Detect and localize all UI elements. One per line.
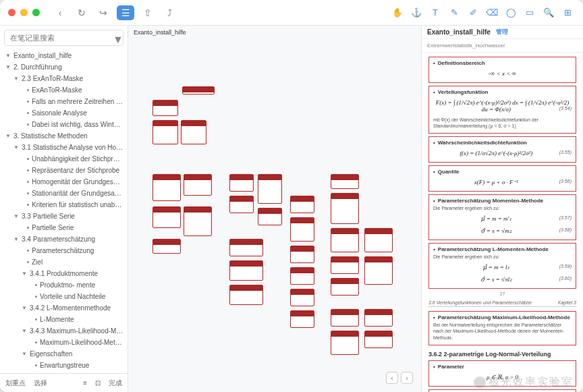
canvas-card[interactable] [182, 86, 215, 94]
tree-item[interactable]: L-Momente [0, 314, 128, 325]
canvas[interactable]: Exanto_install_hilfe ‹ › [128, 26, 421, 392]
doc-section: Quantilex(F) = μ + σ · F⁻¹(3.56) [428, 165, 576, 192]
search-icon[interactable]: 🔍 [541, 5, 556, 20]
tree-item[interactable]: ▼3.3 Partielle Serie [0, 211, 128, 222]
tree-item[interactable]: ▼3.4.1 Produktmomente [0, 268, 128, 279]
tree-item[interactable]: ▼2.3 ExAnToR-Maske [0, 73, 128, 84]
shape-icon[interactable]: ▭ [522, 5, 537, 20]
tree-item[interactable]: ▼3.1 Statistische Analyse von Hochwasser… [0, 142, 128, 153]
canvas-card[interactable] [181, 120, 206, 144]
canvas-card[interactable] [152, 206, 181, 228]
tree-item[interactable]: Saisonale Analyse [0, 107, 128, 119]
canvas-card[interactable] [290, 196, 314, 213]
tree-item[interactable]: ▼3. Statistische Methoden [0, 130, 128, 142]
canvas-card[interactable] [152, 174, 181, 201]
tree-item[interactable]: ▼3.4 Parameterschätzung [0, 233, 128, 245]
select-button[interactable]: 选择 [34, 379, 47, 388]
canvas-card[interactable] [331, 278, 359, 296]
canvas-card[interactable] [152, 120, 178, 144]
canvas-card[interactable] [152, 100, 178, 116]
forward-button[interactable]: ↪ [95, 5, 111, 21]
minimize-icon[interactable] [20, 9, 28, 16]
document-view[interactable]: Definitionsbereich-∞ < x < ∞Verteilungsf… [422, 53, 583, 392]
tree-item[interactable]: Vorteile und Nachteile [0, 291, 128, 302]
canvas-card[interactable] [331, 256, 359, 274]
canvas-card[interactable] [364, 228, 393, 252]
pen-icon[interactable]: ✎ [447, 5, 462, 20]
tree-item[interactable]: ExAnToR-Maske [0, 84, 128, 96]
tree-item[interactable]: Parameterschätzung [0, 245, 128, 256]
lasso-icon[interactable]: ◯ [503, 5, 518, 20]
canvas-card[interactable] [364, 309, 393, 327]
tree-item[interactable]: Kriterien für statistisch unabhängige Ho… [0, 199, 128, 211]
highlight-button[interactable]: 划重点 [5, 379, 26, 388]
canvas-card[interactable] [290, 246, 314, 263]
tree-item[interactable]: ▼Eigenschaften [0, 348, 128, 360]
tree-item[interactable]: Falls an mehrere Zeitreihen angepasst... [0, 96, 128, 107]
canvas-card[interactable] [364, 256, 393, 285]
maximize-icon[interactable] [32, 9, 40, 16]
tree-item[interactable]: Ziel [0, 256, 128, 268]
canvas-card[interactable] [290, 217, 314, 242]
refresh-button[interactable]: ↻ [74, 5, 90, 21]
grid-icon[interactable]: ⊞ [560, 5, 575, 20]
canvas-card[interactable] [229, 260, 263, 281]
canvas-card[interactable] [364, 331, 393, 348]
canvas-tab[interactable]: Exanto_install_hilfe [134, 29, 186, 36]
doc-section: Parameterschätzung Momenten-MethodeDie P… [428, 194, 576, 240]
tree-item[interactable]: ▼3.4.3 Maximum-Likelihood-Methode [0, 325, 128, 337]
highlighter-icon[interactable]: ✐ [466, 5, 480, 20]
canvas-card[interactable] [290, 310, 314, 328]
grid-icon-small[interactable]: ⊡ [95, 379, 101, 387]
canvas-card[interactable] [331, 174, 359, 189]
export-button[interactable]: ⤴ [161, 5, 177, 21]
canvas-card[interactable] [331, 193, 359, 224]
tree-item[interactable]: Homogenität der Grundgesamtheit [0, 176, 128, 188]
canvas-card[interactable] [331, 309, 359, 327]
tree-item[interactable]: Produktmo- mente [0, 279, 128, 291]
align-icon[interactable]: ≡ [83, 379, 87, 387]
text-tool-icon[interactable]: T [428, 5, 443, 20]
canvas-card[interactable] [290, 289, 314, 306]
tree-item[interactable]: ▼Exanto_install_hilfe [0, 50, 128, 61]
hand-tool-icon[interactable]: ✋ [390, 5, 405, 20]
right-panel: Exanto_install_hilfe 管理 Extremwertstatis… [421, 26, 583, 392]
tree-item[interactable]: Partielle Serie [0, 222, 128, 233]
canvas-card[interactable] [229, 196, 254, 213]
eraser-icon[interactable]: ⌫ [484, 5, 499, 20]
prev-page-button[interactable]: ‹ [386, 372, 398, 384]
canvas-card[interactable] [229, 239, 263, 256]
doc-section: Wahrscheinlichkeitsdichtefunktionf(x) = … [428, 136, 576, 163]
filter-icon[interactable]: ▼ [113, 34, 121, 42]
search-input[interactable] [4, 30, 123, 46]
tree-item[interactable]: Erwartungstreue [0, 360, 128, 371]
tree-item[interactable]: Stationarität der Grundgesamtheit [0, 188, 128, 199]
canvas-card[interactable] [290, 267, 314, 285]
tree-item[interactable]: Unabhängigkeit der Stichprobenwerte [0, 153, 128, 165]
anchor-icon[interactable]: ⚓ [409, 5, 424, 20]
canvas-card[interactable] [331, 331, 359, 355]
tree-item[interactable]: Maximum-Likelihood-Methode [0, 337, 128, 348]
doc-subtitle: Extremwertstatistik_Hochwasser [427, 43, 505, 49]
close-icon[interactable] [8, 9, 16, 16]
canvas-card[interactable] [258, 174, 282, 204]
tree-item[interactable]: Dabei ist wichtig, dass Winter- und Som.… [0, 119, 128, 130]
next-page-button[interactable]: › [401, 372, 413, 384]
doc-section: VerteilungsfunktionF(x) = ∫ (1/√2π) e^(-… [428, 86, 576, 134]
back-button[interactable]: ‹ [52, 5, 68, 21]
doc-title: Exanto_install_hilfe [427, 28, 491, 36]
canvas-card[interactable] [258, 208, 282, 225]
list-view-button[interactable]: ☰ [117, 5, 134, 20]
tree-item[interactable]: ▼2. Durchführung [0, 61, 128, 73]
canvas-card[interactable] [229, 285, 263, 305]
tree-item[interactable]: Repräsentanz der Stichprobe [0, 165, 128, 176]
share-button[interactable]: ⇧ [140, 5, 156, 21]
done-button[interactable]: 完成 [109, 379, 122, 388]
canvas-card[interactable] [184, 206, 212, 236]
manage-link[interactable]: 管理 [496, 28, 508, 36]
canvas-card[interactable] [229, 174, 254, 192]
canvas-card[interactable] [152, 239, 181, 254]
canvas-card[interactable] [184, 174, 212, 196]
canvas-card[interactable] [331, 228, 359, 252]
tree-item[interactable]: ▼3.4.2 L-Momentenmethode [0, 302, 128, 314]
